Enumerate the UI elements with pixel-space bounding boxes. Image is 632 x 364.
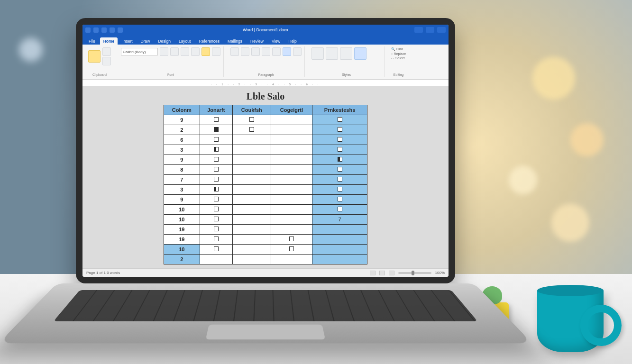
cell[interactable] xyxy=(271,165,312,175)
style-normal[interactable] xyxy=(311,47,324,60)
cell[interactable] xyxy=(312,195,367,205)
tab-home[interactable]: Home xyxy=(100,37,118,45)
table-row[interactable]: 6 xyxy=(164,135,367,145)
data-table[interactable]: ColonmJonarftCoukfshCogeigrtlPrnkesteshs… xyxy=(164,105,367,264)
page-indicator[interactable]: Page 1 of 1 0 words xyxy=(86,271,120,275)
cell[interactable] xyxy=(233,235,271,245)
cell[interactable]: 7 xyxy=(312,215,367,225)
row-number[interactable]: 9 xyxy=(164,115,200,125)
redo-icon[interactable] xyxy=(110,27,115,33)
cell[interactable] xyxy=(200,235,233,245)
row-number[interactable]: 8 xyxy=(164,165,200,175)
highlight-icon[interactable] xyxy=(202,47,210,56)
replace-button[interactable]: ↕ Replace xyxy=(391,52,406,55)
maximize-button[interactable] xyxy=(426,27,434,33)
style-heading2[interactable] xyxy=(340,47,352,60)
cell[interactable] xyxy=(271,245,312,255)
cell[interactable] xyxy=(312,135,367,145)
cell[interactable] xyxy=(312,235,367,245)
document-canvas[interactable]: Lble Salo ColonmJonarftCoukfshCogeigrtlP… xyxy=(82,86,449,268)
quick-access-toolbar[interactable] xyxy=(85,25,123,35)
cell[interactable] xyxy=(200,215,233,225)
cell[interactable] xyxy=(200,245,233,255)
cell[interactable] xyxy=(233,185,271,195)
tab-help[interactable]: Help xyxy=(285,37,300,45)
font-size-icon[interactable] xyxy=(160,47,168,56)
cell[interactable] xyxy=(233,135,271,145)
row-number[interactable]: 10 xyxy=(164,205,200,215)
ruler[interactable]: · · 1 · · 2 · · 3 · · 4 · · 5 · · 6 · · xyxy=(82,80,449,86)
col-header-0[interactable]: Colonm xyxy=(164,105,200,115)
table-row[interactable]: 3 xyxy=(164,185,367,195)
cell[interactable] xyxy=(233,215,271,225)
cell[interactable] xyxy=(312,245,367,255)
tab-insert[interactable]: Insert xyxy=(119,37,136,45)
row-number[interactable]: 3 xyxy=(164,185,200,195)
cell[interactable] xyxy=(271,185,312,195)
row-number[interactable]: 2 xyxy=(164,125,200,135)
table-row[interactable]: 10 xyxy=(164,205,367,215)
table-row[interactable]: 2 xyxy=(164,125,367,135)
cell[interactable] xyxy=(271,135,312,145)
cell[interactable] xyxy=(312,225,367,235)
undo-icon[interactable] xyxy=(101,27,107,33)
cell[interactable] xyxy=(233,205,271,215)
col-header-3[interactable]: Cogeigrtl xyxy=(271,105,312,115)
cell[interactable] xyxy=(233,175,271,185)
view-read-icon[interactable] xyxy=(370,271,376,275)
cell[interactable] xyxy=(200,115,233,125)
paste-icon[interactable] xyxy=(88,50,101,63)
cell[interactable] xyxy=(312,125,367,135)
numbering-icon[interactable] xyxy=(241,47,249,56)
table-row[interactable]: 19 xyxy=(164,235,367,245)
cell[interactable] xyxy=(200,195,233,205)
cell[interactable] xyxy=(271,225,312,235)
col-header-1[interactable]: Jonarft xyxy=(200,105,233,115)
search-icon[interactable] xyxy=(118,27,123,33)
cell[interactable] xyxy=(312,115,367,125)
shading-icon[interactable] xyxy=(283,47,291,56)
table-row[interactable]: 19 xyxy=(164,225,367,235)
cell[interactable] xyxy=(312,205,367,215)
tab-view[interactable]: View xyxy=(268,37,284,45)
select-button[interactable]: ▭ Select xyxy=(391,56,404,60)
cell[interactable] xyxy=(233,195,271,205)
tab-review[interactable]: Review xyxy=(247,37,267,45)
cell[interactable] xyxy=(200,225,233,235)
cell[interactable] xyxy=(312,175,367,185)
bullets-icon[interactable] xyxy=(230,47,239,56)
cell[interactable] xyxy=(233,225,271,235)
tab-references[interactable]: References xyxy=(195,37,222,45)
table-row[interactable]: 9 xyxy=(164,195,367,205)
view-web-icon[interactable] xyxy=(389,271,394,275)
row-number[interactable]: 7 xyxy=(164,175,200,185)
align-left-icon[interactable] xyxy=(251,47,260,56)
row-number[interactable]: 6 xyxy=(164,135,200,145)
cell[interactable] xyxy=(312,165,367,175)
row-number[interactable]: 19 xyxy=(164,235,200,245)
cut-icon[interactable] xyxy=(102,47,111,56)
cell[interactable] xyxy=(271,205,312,215)
cell[interactable] xyxy=(200,205,233,215)
document-title[interactable]: Lble Salo xyxy=(247,91,285,102)
row-number[interactable]: 3 xyxy=(164,145,200,155)
tab-mailings[interactable]: Mailings xyxy=(224,37,246,45)
tab-design[interactable]: Design xyxy=(155,37,174,45)
table-row[interactable]: 3 xyxy=(164,145,367,155)
table-row[interactable]: 10 xyxy=(164,245,367,255)
cell[interactable] xyxy=(312,185,367,195)
table-row[interactable]: 8 xyxy=(164,165,367,175)
zoom-value[interactable]: 100% xyxy=(435,271,445,275)
row-number[interactable]: 10 xyxy=(164,215,200,225)
tab-draw[interactable]: Draw xyxy=(137,37,154,45)
align-center-icon[interactable] xyxy=(262,47,270,56)
cell[interactable] xyxy=(271,175,312,185)
table-row[interactable]: 9 xyxy=(164,155,367,165)
cell[interactable] xyxy=(233,115,271,125)
table-row[interactable]: 107 xyxy=(164,215,367,225)
cell[interactable] xyxy=(271,145,312,155)
zoom-slider[interactable] xyxy=(398,272,431,274)
tab-file[interactable]: File xyxy=(85,37,99,45)
cell[interactable] xyxy=(312,145,367,155)
table-row[interactable]: 9 xyxy=(164,115,367,125)
